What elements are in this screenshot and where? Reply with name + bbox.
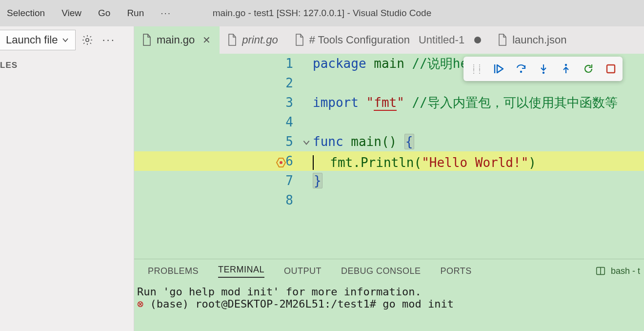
svg-point-3 xyxy=(565,64,567,66)
menu-selection[interactable]: Selection xyxy=(7,8,45,19)
menu-overflow-icon[interactable]: ··· xyxy=(161,8,171,19)
restart-icon[interactable] xyxy=(583,62,594,75)
file-icon xyxy=(227,34,237,46)
terminal[interactable]: Run 'go help mod init' for more informat… xyxy=(134,283,644,310)
svg-point-2 xyxy=(543,72,544,74)
panel-tab-ports[interactable]: PORTS xyxy=(441,266,472,276)
fold-chevron-icon[interactable] xyxy=(302,138,311,147)
tab-label: launch.json xyxy=(512,34,566,46)
terminal-shell-label[interactable]: bash - t xyxy=(611,266,640,276)
file-icon xyxy=(295,34,304,46)
panel-tab-problems[interactable]: PROBLEMS xyxy=(148,266,199,276)
svg-point-0 xyxy=(86,39,89,41)
svg-point-1 xyxy=(520,71,522,73)
panel-tab-output[interactable]: OUTPUT xyxy=(284,266,322,276)
panel-tab-debug-console[interactable]: DEBUG CONSOLE xyxy=(341,266,421,276)
drag-grip-icon[interactable]: ⋮⋮⋮⋮ xyxy=(470,65,482,73)
editor-column: main.go ✕ print.go # Tools Configuration… xyxy=(134,26,644,331)
text-cursor xyxy=(313,155,314,170)
error-glyph-icon: ⊗ xyxy=(137,298,150,310)
step-over-icon[interactable] xyxy=(515,62,527,75)
line-number: 4 xyxy=(134,115,313,129)
editor-tabstrip: main.go ✕ print.go # Tools Configuration… xyxy=(134,26,644,54)
debug-toolbar[interactable]: ⋮⋮⋮⋮ xyxy=(463,57,623,81)
menu-view[interactable]: View xyxy=(61,8,81,19)
svg-point-5 xyxy=(280,161,282,164)
terminal-line: ⊗ (base) root@DESKTOP-2M26L51:/test1# go… xyxy=(137,298,644,310)
step-into-icon[interactable] xyxy=(538,62,549,75)
line-number: 7 xyxy=(134,173,313,188)
tab-tools-config[interactable]: # Tools Configuration Untitled-1 xyxy=(287,26,490,54)
split-panel-icon[interactable] xyxy=(595,266,606,276)
terminal-line: Run 'go help mod init' for more informat… xyxy=(137,286,644,298)
file-icon xyxy=(498,34,507,46)
tab-launch-json[interactable]: launch.json xyxy=(490,26,575,54)
code-line: func main() { xyxy=(313,134,414,149)
tab-label: print.go xyxy=(242,34,278,46)
continue-icon[interactable] xyxy=(493,62,504,75)
line-number: 3 xyxy=(134,95,313,110)
tab-print-go[interactable]: print.go xyxy=(220,26,286,54)
breakpoint-icon[interactable] xyxy=(276,157,287,168)
menu-run[interactable]: Run xyxy=(127,8,144,19)
code-line: import "fmt" //导入内置包，可以使用其中函数等 xyxy=(313,94,618,111)
menu-go[interactable]: Go xyxy=(98,8,110,19)
panel-tab-terminal[interactable]: TERMINAL xyxy=(218,265,264,278)
svg-rect-4 xyxy=(607,65,615,73)
close-icon[interactable]: ✕ xyxy=(202,34,211,46)
line-number: 2 xyxy=(134,76,313,90)
code-line: } xyxy=(313,173,322,188)
tab-untitled-label: Untitled-1 xyxy=(419,34,464,46)
code-line: fmt.Println("Hello World!") xyxy=(313,152,536,170)
line-number: 8 xyxy=(134,193,313,207)
tab-label: main.go xyxy=(157,34,195,46)
launch-config-select[interactable]: Launch file xyxy=(0,30,76,50)
launch-config-label: Launch file xyxy=(6,34,58,46)
tab-label: # Tools Configuration xyxy=(309,34,410,46)
line-number: 1 xyxy=(134,56,313,71)
tab-main-go[interactable]: main.go ✕ xyxy=(134,26,220,54)
stop-icon[interactable] xyxy=(605,62,617,75)
code-editor[interactable]: ⋮⋮⋮⋮ xyxy=(134,54,644,259)
line-number: 5 xyxy=(134,134,313,149)
file-icon xyxy=(142,34,152,46)
line-number: 6 xyxy=(134,154,313,168)
sidebar-section-label: LES xyxy=(0,61,134,70)
menubar: Selection View Go Run ··· main.go - test… xyxy=(0,0,644,26)
bottom-panel: PROBLEMS TERMINAL OUTPUT DEBUG CONSOLE P… xyxy=(134,259,644,331)
step-out-icon[interactable] xyxy=(560,62,572,75)
dirty-dot-icon xyxy=(474,37,481,43)
chevron-down-icon xyxy=(61,36,69,44)
more-actions-icon[interactable]: ··· xyxy=(99,34,115,46)
left-sidebar: Launch file ··· LES xyxy=(0,26,134,331)
gear-icon[interactable] xyxy=(81,34,93,46)
